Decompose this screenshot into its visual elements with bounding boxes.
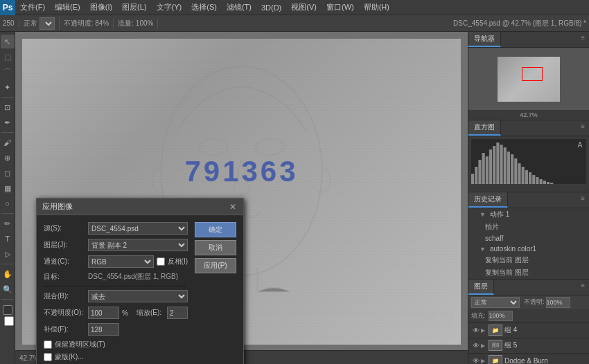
history-item-paipian[interactable]: 拍片	[468, 221, 589, 233]
dialog-close-button[interactable]: ✕	[228, 202, 238, 212]
navigator-options-btn[interactable]: ≡	[577, 32, 589, 47]
menu-items: 文件(F) 编辑(E) 图像(I) 图层(L) 文字(Y) 选择(S) 滤镜(T…	[15, 0, 394, 15]
history-item-schaff[interactable]: schaff	[468, 233, 589, 244]
blending-select[interactable]: 减去	[88, 290, 188, 302]
opacity-input[interactable]	[88, 307, 119, 319]
menu-window[interactable]: 窗口(W)	[322, 0, 359, 15]
tool-gradient[interactable]: ▦	[1, 181, 15, 195]
tool-clone[interactable]: ⊕	[1, 151, 15, 165]
histogram-options-btn[interactable]: ≡	[577, 120, 589, 136]
menu-3d[interactable]: 3D(D)	[256, 0, 286, 15]
tool-move[interactable]: ↖	[1, 35, 15, 48]
navigator-viewport-rect	[522, 67, 543, 81]
menu-text[interactable]: 文字(Y)	[152, 0, 187, 15]
menu-file[interactable]: 文件(F)	[15, 0, 50, 15]
svg-rect-14	[511, 154, 513, 184]
invert-checkbox[interactable]	[157, 255, 165, 268]
histogram-panel: 直方图 ≡	[468, 120, 589, 192]
tool-eyedropper[interactable]: ✒	[1, 116, 15, 129]
svg-rect-12	[504, 147, 507, 184]
svg-rect-9	[493, 146, 495, 184]
menu-image[interactable]: 图像(I)	[85, 0, 117, 15]
source-select[interactable]: DSC_4554.psd	[88, 222, 188, 235]
histogram-tab[interactable]: 直方图	[468, 120, 501, 136]
svg-rect-5	[478, 160, 481, 184]
dialog-buttons: 确定 取消 应用(P)	[195, 215, 243, 364]
menu-select[interactable]: 选择(S)	[186, 0, 222, 15]
tool-lasso[interactable]: ⌒	[1, 65, 15, 79]
tool-zoom[interactable]: 🔍	[1, 282, 15, 296]
target-value: DSC_4554.psd(图层 1, RGB)	[88, 272, 178, 282]
menu-layer[interactable]: 图层(L)	[117, 0, 151, 15]
tool-select-rect[interactable]: ⬚	[1, 50, 15, 64]
history-item-copy1[interactable]: 复制当前 图层	[468, 254, 589, 266]
scale-input[interactable]	[167, 307, 188, 319]
ok-button[interactable]: 确定	[195, 222, 236, 237]
dialog-titlebar: 应用图像 ✕	[37, 199, 243, 215]
opacity-value-input[interactable]	[546, 297, 570, 308]
tool-pen[interactable]: ✏	[1, 217, 15, 230]
svg-rect-8	[489, 149, 492, 184]
svg-rect-4	[475, 167, 477, 184]
layer-dodge-burn[interactable]: 👁 ▶ 📁 Dodge & Burn	[468, 354, 589, 365]
layers-body[interactable]: 👁 ▶ 📁 组 4 👁 ▶ 图0 组 5 👁 ▶ 📁 Dodg	[468, 323, 589, 365]
tool-hand[interactable]: ✋	[1, 267, 15, 281]
source-label: 源(S):	[44, 224, 85, 233]
toolbar: 250 正常 不透明度: 84% 流量: 100% DSC_4554.psd @…	[0, 15, 589, 32]
history-item-copy2[interactable]: 复制当前 图层	[468, 266, 589, 279]
mask-checkbox[interactable]	[44, 353, 52, 361]
layer-group4[interactable]: 👁 ▶ 📁 组 4	[468, 323, 589, 338]
tool-separator-3	[1, 213, 14, 214]
preserve-transparency-checkbox[interactable]	[44, 340, 52, 349]
layer-vis-dodge[interactable]: 👁	[471, 356, 481, 364]
foreground-color[interactable]	[3, 305, 12, 315]
histogram-body: A	[468, 136, 589, 192]
offset-label: 补偿(F):	[44, 325, 85, 334]
navigator-panel: 导航器 ≡ 42.7%	[468, 32, 589, 120]
blend-mode-select[interactable]: 正常	[471, 297, 520, 308]
layers-tabs: 图层 ≡	[468, 280, 589, 295]
main-area: ↖ ⬚ ⌒ ✦ ⊡ ✒ 🖌 ⊕ ◻ ▦ ○ ✏ T ▷ ✋ 🔍	[0, 32, 589, 364]
mode-select[interactable]	[39, 17, 55, 30]
channel-select[interactable]: RGB	[88, 255, 154, 268]
tool-magic-wand[interactable]: ✦	[1, 80, 15, 94]
fill-value-input[interactable]	[489, 311, 513, 321]
menu-help[interactable]: 帮助(H)	[359, 0, 394, 15]
history-options-btn[interactable]: ≡	[577, 192, 589, 208]
layer-visibility-icon[interactable]: 👁	[471, 325, 481, 335]
layers-options-btn[interactable]: ≡	[577, 280, 589, 295]
tool-dodge[interactable]: ○	[1, 197, 15, 210]
layer-select[interactable]: 背景 副本 2	[88, 239, 188, 251]
menu-filter[interactable]: 滤镜(T)	[222, 0, 256, 15]
layer-name-group5: 组 5	[504, 340, 586, 350]
svg-rect-22	[540, 179, 543, 184]
layers-tab[interactable]: 图层	[468, 280, 494, 295]
offset-input[interactable]	[88, 323, 119, 336]
tool-eraser[interactable]: ◻	[1, 166, 15, 180]
background-color[interactable]	[4, 316, 14, 326]
history-item-autoskin[interactable]: ▼ autoskin color1	[468, 244, 589, 254]
dialog-opacity-label: 不透明度(O):	[44, 308, 85, 318]
tool-crop[interactable]: ⊡	[1, 100, 15, 114]
history-tab[interactable]: 历史记录	[468, 192, 508, 208]
history-item-actions[interactable]: ▼ 动作 1	[468, 208, 589, 221]
target-label: 目标:	[44, 272, 85, 282]
cancel-button[interactable]: 取消	[195, 240, 236, 255]
zoom-label: 250	[3, 19, 15, 27]
navigator-preview[interactable]	[498, 57, 560, 102]
layer-vis-group5[interactable]: 👁	[471, 340, 481, 350]
svg-rect-25	[550, 183, 553, 184]
svg-rect-7	[486, 156, 489, 184]
menu-bar: Ps 文件(F) 编辑(E) 图像(I) 图层(L) 文字(Y) 选择(S) 滤…	[0, 0, 589, 15]
navigator-tab[interactable]: 导航器	[468, 32, 501, 47]
tool-path-select[interactable]: ▷	[1, 247, 15, 261]
channel-label: 通道(C):	[44, 257, 85, 266]
history-body[interactable]: ▼ 动作 1 拍片 schaff ▼ autoskin color1 复制当前 …	[468, 208, 589, 280]
channel-row: 通道(C): RGB 反相(I)	[44, 255, 188, 268]
apply-button[interactable]: 应用(P)	[195, 258, 236, 273]
layer-group5-row[interactable]: 👁 ▶ 图0 组 5	[468, 338, 589, 354]
tool-type[interactable]: T	[1, 232, 15, 246]
tool-brush[interactable]: 🖌	[1, 136, 15, 149]
menu-edit[interactable]: 编辑(E)	[50, 0, 85, 15]
menu-view[interactable]: 视图(V)	[286, 0, 322, 15]
